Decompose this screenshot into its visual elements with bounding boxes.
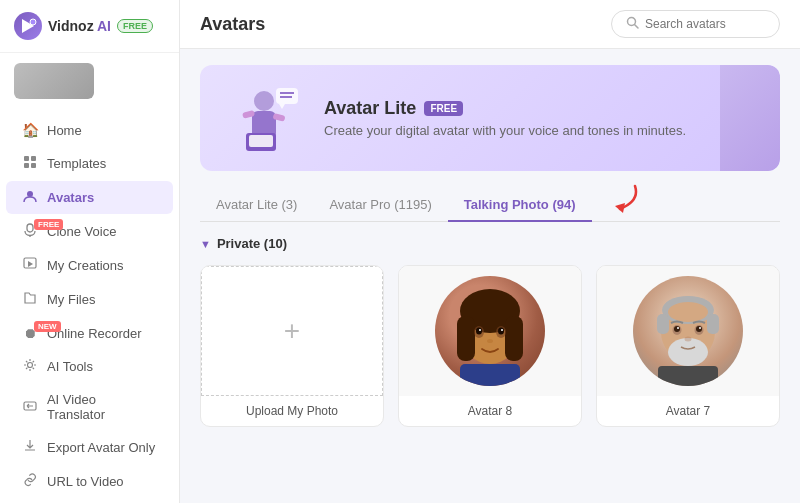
logo-area: Vidnoz AI FREE [0, 0, 179, 53]
banner-free-badge: FREE [424, 101, 463, 116]
sidebar-item-label: AI Tools [47, 359, 93, 374]
sidebar-item-avatars[interactable]: Avatars [6, 181, 173, 214]
sidebar-item-label: Avatars [47, 190, 94, 205]
sidebar-item-label: Export Avatar Only [47, 440, 155, 455]
home-icon: 🏠 [22, 122, 38, 138]
svg-point-32 [476, 328, 482, 335]
user-avatar [14, 63, 94, 99]
svg-marker-10 [28, 261, 33, 267]
svg-point-1 [30, 19, 36, 25]
avatars-icon [22, 189, 38, 206]
sidebar-item-label: My Files [47, 292, 95, 307]
avatar-label-8: Avatar 8 [399, 396, 581, 426]
svg-point-48 [677, 327, 679, 329]
search-icon [626, 16, 639, 32]
ai-tools-icon [22, 358, 38, 375]
sidebar-item-label: URL to Video [47, 474, 124, 489]
svg-point-33 [498, 328, 504, 335]
svg-rect-37 [460, 364, 520, 386]
sidebar-item-label: Templates [47, 156, 106, 171]
content-area: Avatar Lite FREE Create your digital ava… [180, 49, 800, 503]
sidebar-item-ai-video-translator[interactable]: AI Video Translator [6, 384, 173, 430]
svg-marker-22 [279, 104, 285, 109]
avatar-card-8[interactable]: Avatar 8 [398, 265, 582, 427]
svg-rect-51 [658, 366, 718, 386]
templates-icon [22, 155, 38, 172]
avatar-label-7: Avatar 7 [597, 396, 779, 426]
sidebar-item-label: AI Video Translator [47, 392, 157, 422]
section-arrow-icon: ▼ [200, 238, 211, 250]
sidebar-item-export-avatar[interactable]: Export Avatar Only [6, 431, 173, 464]
sidebar-item-templates[interactable]: Templates [6, 147, 173, 180]
svg-rect-4 [24, 163, 29, 168]
svg-rect-28 [457, 316, 475, 361]
svg-line-14 [635, 25, 639, 29]
sidebar-item-online-recorder[interactable]: NEW ⏺ Online Recorder [6, 317, 173, 349]
banner-illustration [224, 83, 304, 153]
banner-right-preview [720, 65, 780, 171]
banner-text: Avatar Lite FREE Create your digital ava… [324, 98, 686, 138]
svg-rect-3 [31, 156, 36, 161]
tabs-wrapper: Avatar Lite (3) Avatar Pro (1195) Talkin… [200, 189, 780, 222]
search-input[interactable] [645, 17, 765, 31]
sidebar-item-label: Online Recorder [47, 326, 142, 341]
export-avatar-icon [22, 439, 38, 456]
section-private: ▼ Private (10) [200, 236, 780, 251]
my-files-icon [22, 291, 38, 308]
sidebar-item-my-creations[interactable]: My Creations [6, 249, 173, 282]
svg-point-34 [479, 329, 481, 331]
search-box[interactable] [611, 10, 780, 38]
avatar-8-image-area [399, 266, 581, 396]
url-to-video-icon [22, 473, 38, 490]
svg-point-6 [27, 191, 33, 197]
svg-point-40 [668, 302, 708, 322]
avatar-card-upload[interactable]: + Upload My Photo [200, 265, 384, 427]
logo-free-badge: FREE [117, 19, 153, 33]
sidebar-item-my-files[interactable]: My Files [6, 283, 173, 316]
tab-talking-photo[interactable]: Talking Photo (94) [448, 189, 592, 222]
avatar-lite-banner: Avatar Lite FREE Create your digital ava… [200, 65, 780, 171]
avatar-tabs: Avatar Lite (3) Avatar Pro (1195) Talkin… [200, 189, 780, 222]
svg-point-36 [487, 339, 493, 343]
ai-video-translator-icon [22, 399, 38, 416]
avatar-label-upload: Upload My Photo [201, 396, 383, 426]
sidebar-item-url-to-video[interactable]: URL to Video [6, 465, 173, 498]
svg-rect-20 [249, 135, 273, 147]
sidebar-item-home[interactable]: 🏠 Home [6, 114, 173, 146]
svg-rect-41 [657, 314, 669, 334]
my-creations-icon [22, 257, 38, 274]
section-title-text: Private (10) [217, 236, 287, 251]
svg-point-11 [28, 363, 33, 368]
page-title: Avatars [200, 14, 265, 35]
user-avatar-image [14, 63, 94, 99]
upload-area[interactable]: + [201, 266, 383, 396]
sidebar-item-ai-tools[interactable]: AI Tools [6, 350, 173, 383]
svg-point-43 [668, 338, 708, 366]
tab-avatar-pro[interactable]: Avatar Pro (1195) [313, 189, 447, 222]
avatar-7-image-area [597, 266, 779, 396]
sidebar-item-label: Home [47, 123, 82, 138]
banner-title: Avatar Lite FREE [324, 98, 686, 119]
svg-point-35 [501, 329, 503, 331]
online-recorder-new-badge: NEW [34, 321, 61, 332]
svg-point-50 [685, 337, 692, 342]
svg-rect-7 [27, 224, 33, 232]
main-content: Avatars [180, 0, 800, 503]
avatar-card-7[interactable]: Avatar 7 [596, 265, 780, 427]
page-header: Avatars [180, 0, 800, 49]
svg-point-49 [699, 327, 701, 329]
avatar-grid: + Upload My Photo [200, 265, 780, 427]
clone-voice-free-badge: FREE [34, 219, 63, 230]
sidebar: Vidnoz AI FREE 🏠 Home Templates Avatars [0, 0, 180, 503]
logo-icon [14, 12, 42, 40]
sidebar-item-clone-voice[interactable]: FREE Clone Voice [6, 215, 173, 248]
svg-rect-2 [24, 156, 29, 161]
svg-rect-42 [707, 314, 719, 334]
tab-avatar-lite[interactable]: Avatar Lite (3) [200, 189, 313, 222]
svg-point-47 [696, 326, 702, 332]
plus-icon: + [284, 315, 300, 347]
svg-point-46 [674, 326, 680, 332]
svg-point-15 [254, 91, 274, 111]
banner-description: Create your digital avatar with your voi… [324, 123, 686, 138]
logo-name: Vidnoz AI [48, 18, 111, 34]
